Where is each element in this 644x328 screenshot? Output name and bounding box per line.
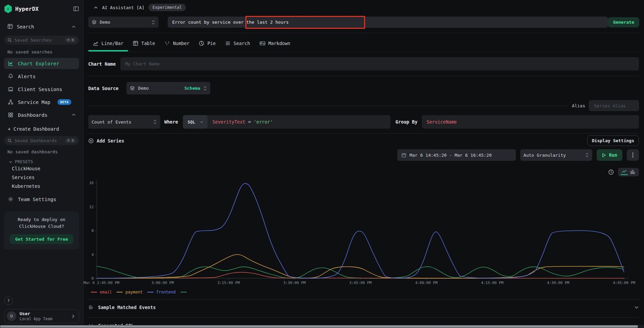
aggregation-value: Count of Events [92,119,131,125]
display-settings-button[interactable]: Display Settings [587,135,639,146]
legend-item[interactable] [181,292,187,292]
sidebar-bottom: ? U User Local App Team [4,296,79,323]
divider [88,33,639,33]
query-language-select[interactable]: SQL [183,115,208,129]
bar-view-toggle[interactable] [629,169,636,175]
legend-item[interactable]: payment [117,290,143,294]
ai-prompt-input[interactable]: Error count by service over the last 2 h… [168,17,608,28]
chevron-down-icon [9,160,13,164]
data-source-value: Demo [138,86,148,91]
beta-badge: BETA [57,99,71,105]
schema-link[interactable]: Schema [184,86,200,91]
chart-explorer-label: Chart Explorer [18,61,59,66]
alias-label: Alias [572,103,585,108]
grid-icon [8,112,14,118]
timeseries-chart[interactable]: 0481216Mar 6 2:45:00 PM3:00:00 PM3:15:00… [84,179,641,288]
saved-dashboards-input[interactable]: Saved Dashboards ⌘ K [4,136,79,145]
collapse-chevron-icon[interactable] [94,5,98,10]
cloud-cta-text: Ready to deploy on ClickHouse Cloud? [8,216,75,230]
sidebar: ⚡ HyperDX Search Saved Searches ⌘ K No s… [0,0,84,328]
sidebar-collapse-icon[interactable] [73,6,79,12]
data-source-select[interactable]: Demo Schema [126,82,210,94]
alias-input[interactable]: Series alias [589,100,639,111]
tab-label: Pie [207,41,215,46]
scrollbar-thumb[interactable] [0,325,638,328]
clock-icon[interactable] [608,169,614,175]
help-button[interactable]: ? [4,296,13,305]
sample-matched-events-section[interactable]: Sample Matched Events [88,299,639,315]
ai-assistant-header[interactable]: AI Assistant [A] Experimental [94,3,186,12]
user-menu[interactable]: U User Local App Team [4,309,79,323]
svg-text:3:30:00 PM: 3:30:00 PM [283,281,306,285]
sidebar-item-team-settings[interactable]: Team Settings [4,194,79,205]
saved-searches-input[interactable]: Saved Searches ⌘ K [4,36,79,45]
where-input[interactable]: SeverityText = 'error' [208,119,278,125]
legend-item[interactable]: frontend [147,290,176,294]
shortcut-badge: ⌘ K [65,138,76,143]
more-options-button[interactable] [627,149,639,161]
tab-search[interactable]: Search [220,38,255,51]
get-started-button[interactable]: Get Started for Free [10,234,74,244]
legend-item[interactable]: email [91,290,112,294]
tab-label: Markdown [268,41,290,46]
svg-text:12: 12 [89,205,94,209]
where-value-token: 'error' [254,119,273,125]
ai-source-value: Demo [100,20,110,25]
chart-display-toggles [88,167,639,177]
chevron-up-icon[interactable] [72,112,76,118]
create-dashboard-button[interactable]: + Create Dashboard [4,125,79,133]
tab-markdown[interactable]: Markdown [255,38,295,51]
tab-number[interactable]: 123 Number [160,38,194,51]
divider [88,76,639,76]
legend-label: frontend [156,290,176,294]
sidebar-item-service-map[interactable]: Service Map BETA [4,96,79,108]
chart-name-input[interactable]: My Chart Name [120,57,639,70]
sidebar-item-search[interactable]: Search [4,22,79,31]
team-settings-label: Team Settings [18,197,56,202]
shortcut-badge: ⌘ K [65,38,76,43]
plus-circle-icon [88,138,94,144]
tab-table[interactable]: Table [128,38,160,51]
list-icon [225,41,231,46]
hyperdx-logo-icon: ⚡ [4,4,12,13]
avatar: U [7,311,16,321]
preset-clickhouse[interactable]: ClickHouse [4,164,79,173]
sidebar-item-dashboards[interactable]: Dashboards [4,109,79,121]
sidebar-item-chart-explorer[interactable]: Chart Explorer [4,58,79,69]
sidebar-item-alerts[interactable]: Alerts [4,71,79,82]
where-label: Where [164,119,178,125]
svg-text:Mar 6 2:45:00 PM: Mar 6 2:45:00 PM [84,281,119,285]
tab-pie[interactable]: Pie [194,38,220,51]
app-title: HyperDX [15,6,39,12]
preset-services[interactable]: Services [4,173,79,182]
legend-dash [181,292,187,292]
preset-kubernetes[interactable]: Kubernetes [4,182,79,191]
sidebar-search-label: Search [17,24,34,29]
tab-line-bar[interactable]: Line/Bar [88,38,128,51]
time-range-picker[interactable]: Mar 6 14:45:20 - Mar 6 16:45:20 [397,149,516,161]
clickhouse-cloud-promo: Ready to deploy on ClickHouse Cloud? Get… [4,211,79,249]
chart-name-placeholder: My Chart Name [125,61,160,66]
chevron-up-icon[interactable] [72,25,76,29]
group-by-input[interactable]: ServiceName [422,115,639,129]
where-field-token: SeverityText [212,119,245,125]
run-label: Run [609,152,617,158]
granularity-select[interactable]: Auto Granularity [520,149,592,161]
presets-header[interactable]: PRESETS [4,159,79,164]
add-series-button[interactable]: Add Series [88,138,124,144]
svg-text:3: 3 [168,41,169,44]
horizontal-scrollbar[interactable] [0,325,644,328]
service-map-label: Service Map [18,100,50,105]
line-view-toggle[interactable] [621,169,628,175]
generate-button[interactable]: Generate [608,17,639,27]
user-name: User [20,311,52,316]
sidebar-item-client-sessions[interactable]: Client Sessions [4,84,79,95]
chevron-updown-icon [585,153,589,157]
run-button[interactable]: Run [597,149,622,161]
legend-label: email [100,290,112,294]
chevron-updown-icon [151,20,155,25]
ai-source-select[interactable]: Demo [88,17,159,28]
markdown-icon [260,41,265,46]
aggregation-select[interactable]: Count of Events [88,115,160,129]
search-icon [7,38,12,42]
